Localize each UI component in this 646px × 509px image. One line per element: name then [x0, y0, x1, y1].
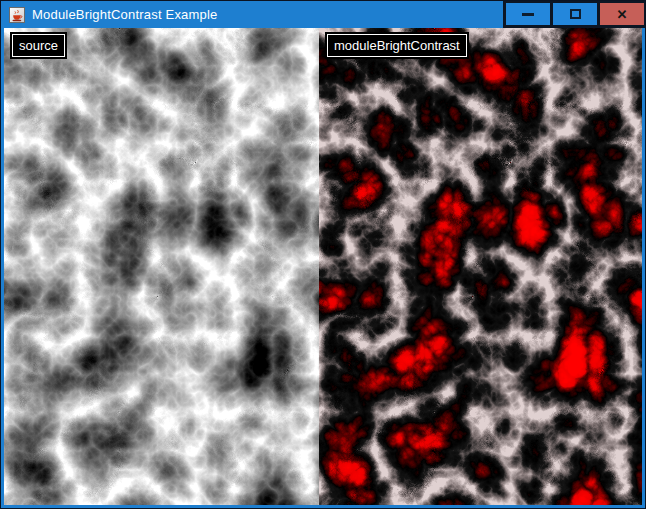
minimize-button[interactable]: [506, 3, 550, 25]
titlebar: ModuleBrightContrast Example ✕: [1, 1, 645, 28]
maximize-button[interactable]: [553, 3, 597, 25]
maximize-icon: [570, 9, 581, 19]
app-window: ModuleBrightContrast Example ✕ source: [0, 0, 646, 509]
module-bright-contrast-image: [319, 28, 642, 505]
processed-image-panel: moduleBrightContrast: [319, 28, 642, 505]
module-bright-contrast-label: moduleBrightContrast: [327, 34, 467, 57]
minimize-icon: [522, 13, 534, 16]
source-image: [4, 28, 319, 505]
window-controls: ✕: [503, 1, 645, 28]
source-label: source: [12, 34, 65, 57]
close-icon: ✕: [617, 8, 628, 21]
java-app-icon: [9, 7, 25, 23]
content-area: source moduleBrightContrast: [1, 28, 645, 508]
close-button[interactable]: ✕: [600, 3, 644, 25]
window-title: ModuleBrightContrast Example: [32, 7, 503, 22]
source-image-panel: source: [4, 28, 319, 505]
